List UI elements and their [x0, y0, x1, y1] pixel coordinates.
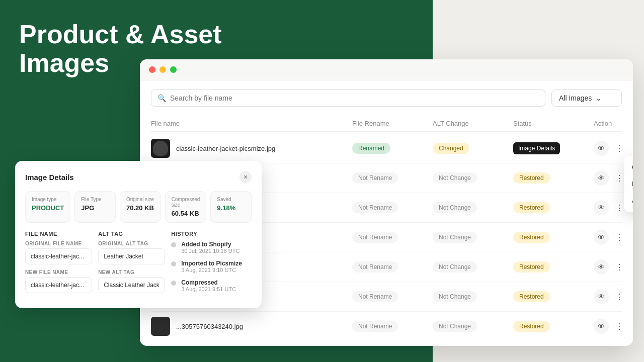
more-options-button[interactable]: ⋮	[612, 319, 627, 334]
history-item-date: 3 Aug, 2021 9:10 UTC	[181, 267, 242, 273]
more-options-button[interactable]: ⋮	[612, 259, 627, 275]
context-menu-alt-change[interactable]: ALT Change	[624, 192, 633, 209]
stat-file-type: File Type JPG	[74, 191, 116, 223]
alt-badge: Not Change	[433, 291, 477, 302]
history-item: Added to Shopify 30 Jul, 2021 10:18 UTC	[171, 241, 252, 254]
more-options-button[interactable]: ⋮	[612, 141, 627, 156]
alt-badge: Not Change	[433, 261, 477, 273]
more-options-button[interactable]: ⋮	[612, 230, 627, 245]
col-status: Status	[513, 120, 594, 127]
row-actions: 👁 ⋮	[594, 259, 633, 275]
history-content: Imported to Picsmize 3 Aug, 2021 9:10 UT…	[181, 260, 242, 273]
search-icon: 🔍	[157, 94, 166, 102]
alt-badge: Not Change	[433, 202, 477, 213]
preview-button[interactable]: 👁	[594, 230, 609, 245]
filter-select[interactable]: All Images ⌄	[551, 89, 622, 107]
alt-change-badge: Changed	[433, 143, 469, 154]
history-item: Compressed 3 Aug, 2021 9:51 UTC	[171, 279, 252, 292]
status-badge: Restored	[513, 261, 550, 273]
file-thumbnail	[151, 139, 170, 158]
history-dot	[171, 261, 176, 266]
history-item-label: Added to Shopify	[181, 241, 239, 248]
row-actions: 👁 ⋮	[594, 319, 633, 334]
file-name-section-title: File name	[25, 231, 92, 237]
history-dot	[171, 281, 176, 286]
col-file-rename: File Rename	[352, 120, 433, 127]
context-menu-rename[interactable]: File Rename	[624, 175, 633, 192]
status-badge: Restored	[513, 291, 550, 302]
col-file-name: File name	[151, 120, 352, 127]
original-alt-label: ORIGINAL ALT TAG	[98, 241, 165, 246]
alt-tag-section: ALT Tag ORIGINAL ALT TAG NEW ALT TAG	[98, 231, 165, 298]
table-header: File name File Rename ALT Change Status …	[151, 116, 622, 132]
original-file-input[interactable]	[25, 248, 92, 264]
preview-button[interactable]: 👁	[594, 141, 609, 156]
file-name-section: File name ORIGINAL FILE NAME NEW FILE NA…	[25, 231, 92, 298]
stat-saved: Saved 9.18%	[210, 191, 252, 223]
modal-sections: File name ORIGINAL FILE NAME NEW FILE NA…	[25, 231, 252, 298]
toolbar: 🔍 All Images ⌄	[151, 89, 622, 107]
window-titlebar	[140, 59, 633, 80]
preview-button[interactable]: 👁	[594, 289, 609, 304]
modal-stats: Image type PRODUCT File Type JPG Origina…	[25, 191, 252, 223]
status-badge: Restored	[513, 172, 550, 184]
history-title: History	[171, 231, 252, 237]
filter-label: All Images	[559, 94, 592, 102]
history-item: Imported to Picsmize 3 Aug, 2021 9:10 UT…	[171, 260, 252, 273]
chevron-down-icon: ⌄	[596, 94, 602, 102]
rename-badge: Not Rename	[352, 172, 398, 184]
stat-compressed-size: Compressed size 60.54 KB	[165, 191, 207, 223]
modal-title: Image Details	[25, 173, 74, 182]
file-name-text: ...30575760343240.jpg	[176, 323, 243, 330]
row-actions: 👁 ⋮ Compress File Rename ALT Change	[594, 141, 633, 156]
row-actions: 👁 ⋮	[594, 289, 633, 304]
history-item-date: 30 Jul, 2021 10:18 UTC	[181, 248, 239, 254]
preview-button[interactable]: 👁	[594, 319, 609, 334]
stat-original-size: Original size 70.20 KB	[120, 191, 161, 223]
more-options-button[interactable]: ⋮	[612, 289, 627, 304]
file-name-text: classic-leather-jacket-picsmize.jpg	[176, 145, 275, 152]
rename-badge: Not Rename	[352, 321, 398, 332]
col-alt-change: ALT Change	[433, 120, 513, 127]
preview-button[interactable]: 👁	[594, 200, 609, 215]
image-details-modal: Image Details × Image type PRODUCT File …	[15, 161, 262, 308]
alt-tag-section-title: ALT Tag	[98, 231, 165, 237]
alt-badge: Not Change	[433, 232, 477, 243]
preview-button[interactable]: 👁	[594, 259, 609, 275]
search-input[interactable]	[170, 94, 539, 102]
status-badge: Restored	[513, 202, 550, 213]
rename-badge: Not Rename	[352, 291, 398, 302]
table-row: ...30575760343240.jpg Not Rename Not Cha…	[151, 312, 622, 341]
history-item-label: Compressed	[181, 279, 236, 286]
preview-button[interactable]: 👁	[594, 170, 609, 186]
table-row: classic-leather-jacket-picsmize.jpg Rena…	[151, 134, 622, 163]
image-details-badge[interactable]: Image Details	[513, 142, 560, 154]
hero-line1: Product & Asset	[19, 20, 222, 49]
search-box: 🔍	[151, 89, 545, 107]
rename-badge: Not Rename	[352, 232, 398, 243]
row-actions: 👁 ⋮	[594, 230, 633, 245]
rename-badge: Not Rename	[352, 261, 398, 273]
col-action: Action	[594, 120, 633, 127]
history-section: History Added to Shopify 30 Jul, 2021 10…	[171, 231, 252, 298]
new-alt-label: NEW ALT TAG	[98, 269, 165, 275]
new-alt-input[interactable]	[98, 277, 165, 293]
alt-badge: Not Change	[433, 172, 477, 184]
status-badge: Restored	[513, 232, 550, 243]
rename-badge: Renamed	[352, 143, 390, 154]
context-menu-compress[interactable]: Compress	[624, 159, 633, 175]
traffic-light-yellow[interactable]	[159, 66, 166, 73]
new-file-input[interactable]	[25, 277, 92, 293]
rename-badge: Not Rename	[352, 202, 398, 213]
traffic-light-red[interactable]	[149, 66, 155, 73]
modal-header: Image Details ×	[25, 171, 252, 183]
history-item-label: Imported to Picsmize	[181, 260, 242, 267]
original-file-label: ORIGINAL FILE NAME	[25, 241, 92, 246]
context-menu: Compress File Rename ALT Change	[624, 156, 633, 212]
original-alt-input[interactable]	[98, 248, 165, 264]
history-content: Compressed 3 Aug, 2021 9:51 UTC	[181, 279, 236, 292]
modal-close-button[interactable]: ×	[239, 171, 252, 183]
file-cell: classic-leather-jacket-picsmize.jpg	[151, 139, 352, 158]
traffic-light-green[interactable]	[170, 66, 177, 73]
history-dot	[171, 242, 176, 247]
